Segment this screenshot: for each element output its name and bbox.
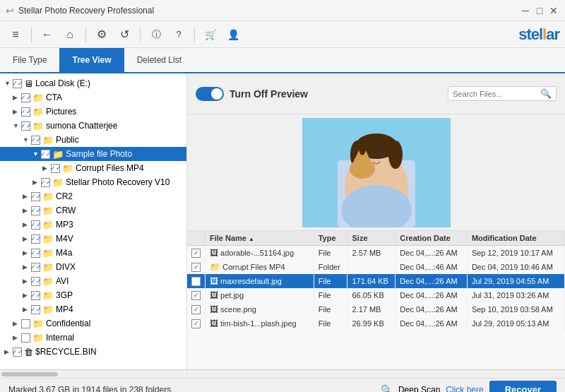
preview-toggle-bar: Turn Off Preview 🔍 xyxy=(187,73,565,114)
cell-type-1: Folder xyxy=(314,260,347,274)
tree-item-internal[interactable]: ▶ 📁 Internal xyxy=(0,331,186,345)
close-button[interactable]: ✕ xyxy=(548,5,559,16)
row-checkbox-0[interactable]: ✓ xyxy=(191,249,201,258)
horizontal-scroll-area[interactable] xyxy=(0,369,565,378)
tree-item-cta[interactable]: ▶ ✓ 📁 CTA xyxy=(0,90,186,105)
checkbox-sample-photo[interactable]: ✓ xyxy=(41,150,50,159)
tab-tree-view[interactable]: Tree View xyxy=(59,48,124,72)
checkbox-avi[interactable]: ✓ xyxy=(31,277,40,286)
checkbox-recycle[interactable]: ✓ xyxy=(13,348,22,357)
checkbox-cta[interactable]: ✓ xyxy=(21,93,30,102)
tab-deleted-list[interactable]: Deleted List xyxy=(124,48,194,72)
col-modified[interactable]: Modification Date xyxy=(467,231,564,246)
tree-item-confidential[interactable]: ▶ 📁 Confidential xyxy=(0,316,186,331)
deep-scan-label: Deep Scan xyxy=(398,385,440,393)
recover-button[interactable]: Recover xyxy=(489,381,557,392)
tree-item-sample-photo[interactable]: ▼ ✓ 📁 Sample file Photo xyxy=(0,147,186,161)
tree-label-localdisk: Local Disk (E:) xyxy=(35,78,90,88)
checkbox-public[interactable]: ✓ xyxy=(31,136,40,145)
settings-button[interactable]: ⚙ xyxy=(92,25,112,44)
cell-size-0: 2.57 MB xyxy=(347,246,396,261)
checkbox-mp3[interactable]: ✓ xyxy=(31,220,40,230)
row-checkbox-2[interactable]: ✓ xyxy=(191,277,201,286)
table-row[interactable]: ✓ 🖼 maxresdefault.jpg File 171.64 KB Dec… xyxy=(187,274,565,288)
folder-icon-sample-photo: 📁 xyxy=(52,149,64,160)
drive-icon: 🖥 xyxy=(24,78,33,89)
preview-toggle[interactable] xyxy=(196,87,224,101)
back-button[interactable]: ← xyxy=(37,25,57,44)
row-checkbox-4[interactable]: ✓ xyxy=(191,305,201,314)
home-button[interactable]: ⌂ xyxy=(60,25,80,44)
tree-item-crw[interactable]: ▶ ✓ 📁 CRW xyxy=(0,203,186,218)
checkbox-stellar-v10[interactable]: ✓ xyxy=(41,178,50,187)
cell-size-5: 26.99 KB xyxy=(347,316,396,331)
tree-item-m4v[interactable]: ▶ ✓ 📁 M4V xyxy=(0,232,186,246)
tree-item-corrupt-mp4[interactable]: ▶ ✓ 📁 Corrupt Files MP4 xyxy=(0,161,186,175)
tree-item-pictures[interactable]: ▶ ✓ 📁 Pictures xyxy=(0,105,186,119)
col-checkbox[interactable] xyxy=(187,231,206,246)
table-row[interactable]: ✓ 🖼 tim-bish-1...plash.jpeg File 26.99 K… xyxy=(187,316,565,331)
folder-icon-cr2: 📁 xyxy=(42,191,54,202)
row-checkbox-5[interactable]: ✓ xyxy=(191,319,201,328)
checkbox-mp4[interactable]: ✓ xyxy=(31,305,40,314)
tab-file-type[interactable]: File Type xyxy=(0,48,59,72)
tree-item-stellar-v10[interactable]: ▶ ✓ 📁 Stellar Photo Recovery V10 xyxy=(0,175,186,189)
tree-label-recycle: $RECYCLE.BIN xyxy=(35,347,97,357)
checkbox-crw[interactable]: ✓ xyxy=(31,206,40,215)
checkbox-pictures[interactable]: ✓ xyxy=(21,107,30,117)
maximize-button[interactable]: □ xyxy=(534,5,545,16)
help-button[interactable]: ? xyxy=(169,25,189,44)
col-size[interactable]: Size xyxy=(347,231,396,246)
tree-item-public[interactable]: ▼ ✓ 📁 Public xyxy=(0,133,186,147)
table-row[interactable]: ✓ 🖼 pet.jpg File 66.05 KB Dec 04,...:26 … xyxy=(187,288,565,302)
checkbox-3gp[interactable]: ✓ xyxy=(31,291,40,300)
tree-item-3gp[interactable]: ▶ ✓ 📁 3GP xyxy=(0,288,186,302)
search-input[interactable] xyxy=(453,90,537,98)
cart-button[interactable]: 🛒 xyxy=(201,25,220,44)
checkbox-sumona[interactable]: ✓ xyxy=(21,121,30,131)
col-type[interactable]: Type xyxy=(314,231,347,246)
tree-label-mp4: MP4 xyxy=(56,304,73,314)
table-row[interactable]: ✓ 🖼 adorable-...51164.jpg File 2.57 MB D… xyxy=(187,246,565,261)
col-created[interactable]: Creation Date xyxy=(396,231,468,246)
row-checkbox-1[interactable]: ✓ xyxy=(191,263,201,272)
expand-confidential[interactable]: ▶ xyxy=(13,320,21,327)
checkbox-m4a[interactable]: ✓ xyxy=(31,249,40,258)
cell-modified-1: Dec 04, 2019 10:46 AM xyxy=(467,260,564,274)
refresh-button[interactable]: ↺ xyxy=(114,25,134,44)
minimize-button[interactable]: ─ xyxy=(520,5,531,16)
tree-item-recycle[interactable]: ▶ ✓ 🗑 $RECYCLE.BIN xyxy=(0,345,186,359)
menu-button[interactable]: ≡ xyxy=(6,25,25,44)
click-here-link[interactable]: Click here xyxy=(446,385,483,393)
col-filename[interactable]: File Name ▲ xyxy=(206,231,314,246)
tree-item-avi[interactable]: ▶ ✓ 📁 AVI xyxy=(0,274,186,288)
checkbox-internal[interactable] xyxy=(21,333,30,343)
checkbox-localdisk[interactable]: ✓ xyxy=(13,79,22,88)
tree-item-cr2[interactable]: ▶ ✓ 📁 CR2 xyxy=(0,189,186,203)
tree-item-m4a[interactable]: ▶ ✓ 📁 M4a xyxy=(0,246,186,260)
file-type-icon-2: 🖼 xyxy=(210,276,218,286)
checkbox-divx[interactable]: ✓ xyxy=(31,263,40,272)
row-checkbox-3[interactable]: ✓ xyxy=(191,291,201,300)
profile-button[interactable]: 👤 xyxy=(223,25,243,44)
table-row[interactable]: ✓ 🖼 scene.png File 2.17 MB Dec 04,...:26… xyxy=(187,302,565,316)
tree-item-localdisk[interactable]: ▼ ✓ 🖥 Local Disk (E:) xyxy=(0,76,186,90)
folder-icon-m4a: 📁 xyxy=(42,248,54,259)
h-scrollbar-thumb[interactable] xyxy=(1,372,58,376)
right-panel: Turn Off Preview 🔍 xyxy=(187,73,565,369)
expand-internal[interactable]: ▶ xyxy=(13,334,21,341)
info-button[interactable]: ⓘ xyxy=(146,25,166,44)
tree-item-mp3[interactable]: ▶ ✓ 📁 MP3 xyxy=(0,218,186,232)
checkbox-m4v[interactable]: ✓ xyxy=(31,234,40,244)
divider-3 xyxy=(140,27,141,42)
cell-size-2: 171.64 KB xyxy=(347,274,396,288)
checkbox-cr2[interactable]: ✓ xyxy=(31,192,40,201)
tree-item-divx[interactable]: ▶ ✓ 📁 DIVX xyxy=(0,260,186,274)
tree-item-sumona[interactable]: ▼ ✓ 📁 sumona Chatterjee xyxy=(0,119,186,133)
tree-item-mp4[interactable]: ▶ ✓ 📁 MP4 xyxy=(0,302,186,316)
title-bar: ↩ Stellar Photo Recovery Professional ─ … xyxy=(0,0,565,21)
checkbox-confidential[interactable] xyxy=(21,319,30,328)
checkbox-corrupt-mp4[interactable]: ✓ xyxy=(51,164,60,173)
table-row[interactable]: ✓ 📁 Corrupt Files MP4 Folder Dec 04,...:… xyxy=(187,260,565,274)
folder-icon-stellar-v10: 📁 xyxy=(52,177,64,188)
